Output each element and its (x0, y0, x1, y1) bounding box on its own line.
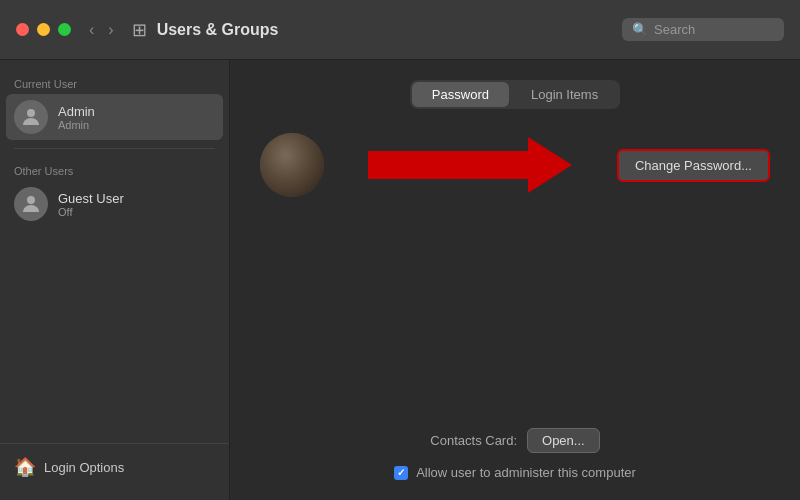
window-title: Users & Groups (157, 21, 622, 39)
guest-user-name: Guest User (58, 191, 124, 206)
detail-panel: Password Login Items Change Password... … (230, 60, 800, 500)
main-content: Current User Admin Admin Other Users (0, 60, 800, 500)
sidebar-divider (14, 148, 215, 149)
tab-group: Password Login Items (410, 80, 620, 109)
sidebar: Current User Admin Admin Other Users (0, 60, 230, 500)
contacts-card-row: Contacts Card: Open... (260, 428, 770, 453)
red-arrow (344, 137, 597, 193)
login-options-item[interactable]: 🏠 Login Options (0, 443, 229, 490)
arrow-shape (368, 137, 572, 193)
profile-avatar (260, 133, 324, 197)
svg-point-0 (27, 109, 35, 117)
back-button[interactable]: ‹ (85, 19, 98, 41)
search-bar[interactable]: 🔍 (622, 18, 784, 41)
change-password-button[interactable]: Change Password... (617, 149, 770, 182)
traffic-lights (16, 23, 71, 36)
current-user-item[interactable]: Admin Admin (6, 94, 223, 140)
open-button[interactable]: Open... (527, 428, 600, 453)
allow-admin-row: Allow user to administer this computer (260, 465, 770, 480)
minimize-button[interactable] (37, 23, 50, 36)
current-user-avatar (14, 100, 48, 134)
bottom-area: Contacts Card: Open... Allow user to adm… (260, 428, 770, 480)
grid-icon[interactable]: ⊞ (132, 19, 147, 41)
svg-point-1 (27, 196, 35, 204)
guest-user-item[interactable]: Guest User Off (0, 181, 229, 227)
current-user-name: Admin (58, 104, 95, 119)
login-options-label: Login Options (44, 460, 124, 475)
search-input[interactable] (654, 22, 774, 37)
current-user-role: Admin (58, 119, 95, 131)
contacts-card-label: Contacts Card: (430, 433, 517, 448)
search-icon: 🔍 (632, 22, 648, 37)
tab-login-items[interactable]: Login Items (511, 82, 618, 107)
arrow-rect (368, 151, 528, 179)
other-users-section-label: Other Users (0, 157, 229, 181)
person-icon (19, 192, 43, 216)
nav-arrows: ‹ › (85, 19, 118, 41)
title-bar: ‹ › ⊞ Users & Groups 🔍 (0, 0, 800, 60)
guest-user-info: Guest User Off (58, 191, 124, 218)
current-user-info: Admin Admin (58, 104, 95, 131)
user-icon (19, 105, 43, 129)
guest-user-avatar (14, 187, 48, 221)
fullscreen-button[interactable] (58, 23, 71, 36)
home-icon: 🏠 (14, 456, 36, 478)
close-button[interactable] (16, 23, 29, 36)
guest-user-status: Off (58, 206, 124, 218)
arrow-head (528, 137, 572, 193)
allow-admin-text: Allow user to administer this computer (416, 465, 636, 480)
current-user-section-label: Current User (0, 70, 229, 94)
user-profile-row: Change Password... (260, 133, 770, 197)
allow-admin-checkbox[interactable] (394, 466, 408, 480)
tabs-bar: Password Login Items (260, 80, 770, 109)
forward-button[interactable]: › (104, 19, 117, 41)
tab-password[interactable]: Password (412, 82, 509, 107)
